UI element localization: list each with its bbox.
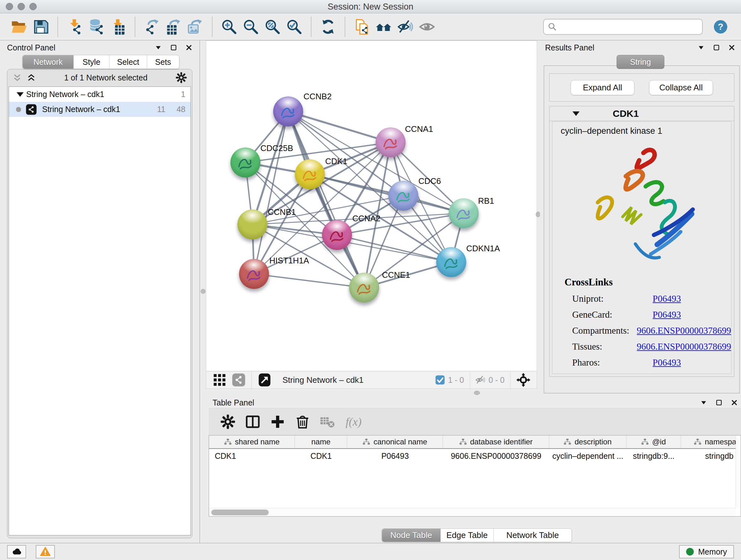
tab-edge-table[interactable]: Edge Table (441, 529, 494, 542)
cloud-status-button[interactable] (7, 545, 26, 558)
tab-network-table[interactable]: Network Table (494, 529, 571, 542)
panel-undock-icon[interactable] (716, 399, 723, 406)
export-table-button[interactable] (164, 17, 183, 36)
panel-close-icon[interactable] (185, 44, 192, 51)
column-header-shared-name[interactable]: shared name (209, 435, 295, 448)
protein-ribbon-decoration (299, 164, 321, 186)
birds-eye-view-icon[interactable] (258, 373, 272, 387)
tab-string[interactable]: String (616, 55, 664, 69)
expand-all-button[interactable]: Expand All (570, 80, 634, 95)
network-node-CDC6[interactable] (388, 181, 418, 211)
tree-expand-icon[interactable] (17, 92, 23, 97)
panel-float-icon[interactable] (155, 44, 162, 51)
tab-network[interactable]: Network (23, 55, 74, 69)
import-database-button[interactable] (87, 17, 106, 36)
network-node-CDK1[interactable] (295, 159, 325, 189)
tab-node-table[interactable]: Node Table (382, 529, 441, 542)
network-options-gear-icon[interactable] (176, 72, 187, 83)
selected-nodes-checkbox-icon[interactable] (434, 374, 446, 385)
crosslink-value[interactable]: P06493 (653, 309, 681, 320)
panel-undock-icon[interactable] (170, 44, 177, 51)
column-header-@id[interactable]: @id (626, 435, 681, 448)
network-node-CCNA2[interactable] (322, 220, 352, 250)
panel-close-icon[interactable] (728, 44, 735, 51)
search-input[interactable] (560, 22, 699, 31)
refresh-button[interactable] (319, 17, 337, 36)
zoom-in-button[interactable] (220, 17, 239, 36)
zoom-fit-button[interactable] (263, 17, 282, 36)
tab-style[interactable]: Style (74, 55, 110, 69)
tree-col-icon (641, 438, 649, 446)
node-section-header[interactable]: CDK1 (549, 106, 734, 121)
copy-share-button[interactable] (353, 17, 371, 36)
crosslink-label: Pharos: (572, 357, 653, 368)
left-splitter-handle[interactable] (201, 289, 205, 294)
network-collection-row[interactable]: String Network – cdk1 1 (9, 87, 191, 102)
column-header-namespace[interactable]: namespace (681, 435, 741, 448)
import-table-button[interactable] (109, 17, 127, 36)
hidden-items-eye-icon[interactable] (475, 374, 486, 385)
export-image-button[interactable] (186, 17, 205, 36)
network-node-CCNB1[interactable] (238, 209, 267, 240)
tab-sets[interactable]: Sets (147, 55, 179, 69)
folder-open-button[interactable] (10, 17, 28, 36)
table-horizontal-scrollbar[interactable] (209, 508, 736, 516)
grid-view-icon[interactable] (212, 373, 226, 387)
warning-status-button[interactable] (36, 545, 55, 558)
plus-button[interactable] (270, 414, 285, 429)
scrollbar-thumb[interactable] (211, 509, 269, 515)
zoom-out-button[interactable] (242, 17, 260, 36)
network-node-RB1[interactable] (449, 198, 479, 228)
zoom-selected-button[interactable] (285, 17, 304, 36)
network-node-CDKN1A[interactable] (436, 247, 466, 277)
tab-select[interactable]: Select (110, 55, 147, 69)
crosslink-value[interactable]: 9606.ENSP00000378699 (636, 341, 731, 352)
table-vertical-scrollbar[interactable] (736, 435, 741, 508)
panel-float-icon[interactable] (697, 44, 704, 51)
collapse-all-networks-icon[interactable] (12, 73, 22, 82)
network-node-CDC25B[interactable] (230, 147, 260, 178)
column-header-description[interactable]: description (549, 435, 626, 448)
tree-col-icon (459, 438, 467, 446)
table-row[interactable]: CDK1CDK1P064939606.ENSP00000378699cyclin… (209, 449, 741, 463)
fit-content-crosshair-icon[interactable] (516, 373, 530, 387)
protein-ribbon-decoration (453, 203, 475, 225)
save-button[interactable] (31, 17, 50, 36)
panel-float-icon[interactable] (700, 399, 707, 406)
network-node-CCNB2[interactable] (273, 97, 303, 126)
node-section-body: cyclin–dependent kinase 1 CrossLinks (552, 121, 731, 374)
network-node-HIST1H1A[interactable] (239, 259, 269, 289)
help-button[interactable]: ? (713, 19, 728, 35)
column-header-name[interactable]: name (295, 435, 347, 448)
import-network-button[interactable] (65, 17, 84, 36)
homes-button[interactable] (374, 17, 393, 36)
network-row[interactable]: String Network – cdk1 11 48 (9, 102, 191, 117)
section-collapse-icon[interactable] (572, 111, 580, 116)
panel-undock-icon[interactable] (713, 44, 720, 51)
export-network-button[interactable] (143, 17, 161, 36)
memory-button[interactable]: Memory (679, 545, 734, 558)
collapse-all-button[interactable]: Collapse All (649, 80, 713, 95)
column-header-canonical-name[interactable]: canonical name (347, 435, 443, 448)
network-canvas[interactable]: CCNB2CCNA1CDC25BCDK1CDC6RB1CCNB1CCNA2CDK… (206, 41, 537, 371)
network-view-toolbar: String Network – cdk1 1 - 0 0 - 0 (206, 371, 537, 388)
expand-all-networks-icon[interactable] (26, 73, 36, 82)
network-node-CCNE1[interactable] (349, 273, 379, 303)
panel-close-icon[interactable] (731, 399, 738, 406)
gear-button[interactable] (220, 414, 235, 429)
crosslink-value[interactable]: P06493 (653, 357, 681, 368)
crosslink-value[interactable]: 9606.ENSP00000378699 (636, 325, 731, 336)
network-edge[interactable] (254, 274, 364, 288)
trash-button[interactable] (295, 414, 310, 429)
hide-eye-button[interactable] (396, 17, 414, 36)
network-edge[interactable] (288, 111, 391, 142)
right-splitter-handle[interactable] (536, 212, 540, 217)
network-node-CCNA1[interactable] (376, 127, 406, 158)
table-header-row: shared namenamecanonical namedatabase id… (209, 435, 741, 449)
network-collection-label: String Network – cdk1 (26, 90, 105, 99)
crosslink-value[interactable]: P06493 (653, 294, 681, 304)
columns-button[interactable] (245, 414, 260, 429)
column-header-database-identifier[interactable]: database identifier (443, 435, 549, 448)
eye-gray-button[interactable] (418, 17, 436, 36)
network-view-share-icon[interactable] (232, 373, 246, 387)
